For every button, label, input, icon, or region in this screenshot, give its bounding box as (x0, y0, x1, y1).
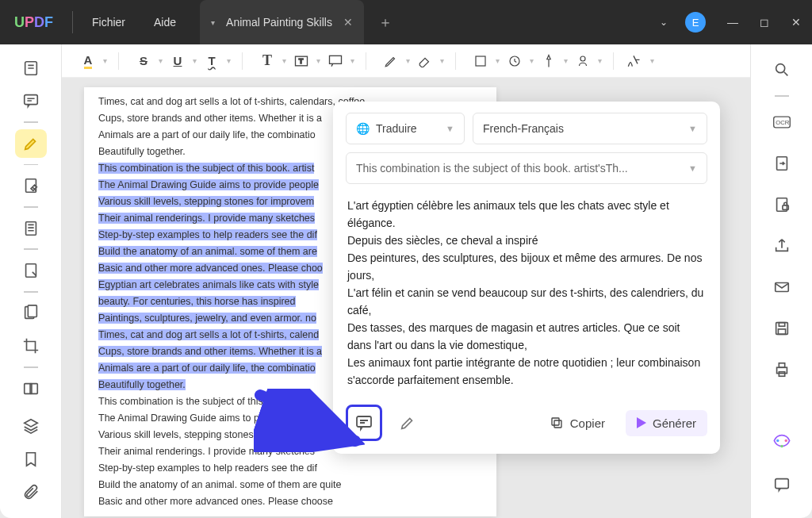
highlight-result-icon[interactable] (392, 407, 423, 439)
translation-output: L'art égyptien célèbre les animaux tels … (346, 194, 707, 400)
titlebar: UPDF Fichier Aide ▾ Animal Painting Skil… (0, 0, 812, 44)
menu-help[interactable]: Aide (140, 0, 190, 44)
app-logo: UPDF (0, 14, 67, 31)
svg-rect-24 (778, 329, 785, 334)
svg-rect-4 (25, 264, 36, 278)
doc-line: Step-by-step examples to help readers se… (98, 460, 482, 477)
tab-title: Animal Painting Skills (226, 16, 332, 29)
form-icon[interactable] (15, 256, 47, 285)
squiggly-icon[interactable]: T (198, 48, 225, 75)
shape-icon[interactable] (467, 48, 494, 75)
chevron-down-icon: ▼ (688, 124, 697, 133)
svg-text:T: T (299, 57, 304, 65)
svg-rect-3 (25, 221, 36, 235)
thumbnails-icon[interactable] (15, 214, 47, 243)
sticker-icon[interactable] (569, 48, 596, 75)
user-avatar[interactable]: E (685, 12, 706, 33)
svg-point-29 (784, 439, 787, 443)
crop-icon[interactable] (15, 332, 47, 360)
pin-icon[interactable] (535, 48, 562, 75)
language-dropdown[interactable]: French-Français ▼ (473, 113, 707, 144)
share-icon[interactable] (766, 230, 798, 262)
callout-icon[interactable] (322, 48, 349, 75)
chevron-down-icon: ▼ (688, 163, 697, 173)
svg-rect-34 (552, 418, 559, 425)
language-label: French-Français (483, 122, 564, 135)
minimize-button[interactable]: — (717, 16, 749, 29)
page-organize-icon[interactable] (15, 299, 47, 328)
signature-icon[interactable] (620, 48, 647, 75)
close-button[interactable]: ✕ (780, 16, 812, 29)
email-icon[interactable] (766, 271, 798, 303)
source-preview: This combination is the subject of this … (356, 162, 628, 175)
svg-rect-6 (28, 305, 36, 317)
ai-assistant-icon[interactable] (766, 428, 798, 459)
bookmark-icon[interactable] (15, 445, 47, 474)
generate-label: Générer (653, 416, 696, 430)
menu-file[interactable]: Fichier (78, 0, 140, 44)
new-tab-button[interactable]: ＋ (378, 13, 393, 32)
mode-dropdown[interactable]: 🌐 Traduire ▼ (346, 113, 465, 144)
search-icon[interactable] (766, 54, 798, 86)
doc-line: Basic and other more advanced ones. Plea… (98, 493, 482, 510)
svg-rect-27 (779, 372, 784, 377)
svg-rect-26 (779, 363, 784, 368)
svg-point-30 (780, 445, 783, 448)
document-tab[interactable]: ▾ Animal Painting Skills ✕ (200, 0, 364, 44)
svg-point-28 (776, 439, 779, 443)
translate-panel: 🌐 Traduire ▼ French-Français ▼ This comb… (333, 102, 720, 454)
svg-rect-11 (330, 56, 342, 63)
tab-dropdown-icon[interactable]: ▾ (211, 18, 215, 27)
close-icon[interactable]: ✕ (343, 16, 353, 29)
pencil-icon[interactable] (377, 48, 404, 75)
compare-icon[interactable] (15, 374, 47, 403)
eraser-icon[interactable] (412, 48, 439, 75)
save-icon[interactable] (766, 313, 798, 344)
edit-page-icon[interactable] (15, 171, 47, 200)
svg-point-14 (580, 56, 585, 61)
svg-point-15 (776, 64, 784, 73)
copy-label: Copier (570, 416, 605, 430)
layers-icon[interactable] (15, 412, 47, 440)
textbox-icon[interactable]: T (288, 48, 315, 75)
chevron-down-icon: ▼ (446, 124, 454, 133)
underline-icon[interactable]: U (164, 48, 191, 75)
generate-button[interactable]: Générer (626, 410, 707, 436)
strikethrough-icon[interactable]: S (130, 48, 157, 75)
play-icon (637, 417, 646, 428)
source-text-dropdown[interactable]: This combination is the subject of this … (346, 152, 707, 184)
print-icon[interactable] (766, 354, 798, 386)
comment-icon[interactable] (15, 87, 47, 116)
ocr-icon[interactable]: OCR (766, 106, 798, 138)
reader-icon[interactable] (15, 54, 47, 82)
svg-rect-23 (779, 323, 784, 327)
chevron-down-icon[interactable]: ⌄ (660, 17, 668, 28)
attachment-icon[interactable] (15, 478, 47, 507)
copy-button[interactable]: Copier (538, 409, 616, 436)
left-sidebar (0, 44, 62, 518)
highlight-color-icon[interactable]: A (75, 48, 102, 75)
svg-rect-31 (775, 479, 788, 489)
stamp-icon[interactable] (501, 48, 528, 75)
svg-rect-1 (24, 95, 37, 105)
highlighter-icon[interactable] (15, 129, 47, 158)
svg-text:OCR: OCR (776, 119, 790, 126)
svg-rect-12 (476, 56, 485, 66)
add-note-button[interactable] (346, 405, 382, 441)
text-icon[interactable]: T (254, 48, 281, 75)
maximize-button[interactable]: ◻ (749, 16, 780, 29)
doc-line: Build the anatomy of an animal. some of … (98, 477, 482, 493)
right-sidebar: OCR (750, 44, 812, 518)
protect-icon[interactable] (766, 189, 798, 221)
convert-icon[interactable] (766, 148, 798, 179)
svg-rect-33 (554, 420, 561, 428)
svg-rect-32 (357, 416, 371, 427)
translate-label: Traduire (376, 122, 417, 135)
chat-icon[interactable] (766, 469, 798, 501)
translate-icon: 🌐 (356, 122, 370, 135)
annotation-toolbar: A▾ S▾ U▾ T▾ T▾ T▾ ▾ ▾ ▾ ▾ ▾ (62, 44, 750, 78)
